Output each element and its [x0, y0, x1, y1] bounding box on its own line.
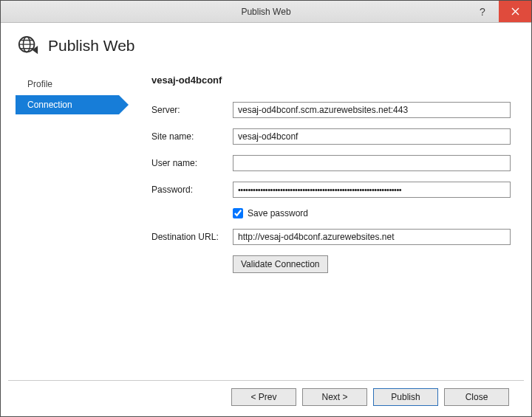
user-name-row: User name: — [151, 155, 511, 171]
server-input[interactable] — [233, 102, 511, 118]
destination-url-label: Destination URL: — [151, 232, 233, 242]
dialog-title: Publish Web — [48, 37, 135, 55]
password-label: Password: — [151, 185, 233, 195]
site-name-input[interactable] — [233, 128, 511, 145]
site-name-label: Site name: — [151, 131, 233, 142]
close-window-button[interactable] — [499, 1, 531, 22]
dialog-window: Publish Web ? Publish Web Profile Connec… — [0, 0, 532, 417]
content-panel: vesaj-od4bconf Server: Site name: User n… — [119, 75, 531, 380]
sidebar-item-label: Connection — [27, 100, 72, 110]
dialog-body: Profile Connection vesaj-od4bconf Server… — [1, 63, 531, 380]
globe-publish-icon — [17, 35, 39, 57]
user-name-input[interactable] — [233, 155, 511, 171]
close-icon — [511, 7, 519, 15]
password-row: Password: — [151, 182, 511, 198]
publish-button[interactable]: Publish — [373, 388, 438, 406]
prev-button[interactable]: < Prev — [231, 388, 296, 406]
password-input[interactable] — [233, 182, 511, 198]
profile-name-title: vesaj-od4bconf — [151, 75, 511, 86]
user-name-label: User name: — [151, 158, 233, 168]
save-password-row: Save password — [233, 208, 511, 218]
server-row: Server: — [151, 102, 511, 118]
close-button[interactable]: Close — [444, 388, 509, 406]
wizard-steps-sidebar: Profile Connection — [1, 75, 119, 380]
titlebar: Publish Web ? — [1, 1, 531, 23]
dialog-header: Publish Web — [1, 23, 531, 63]
site-name-row: Site name: — [151, 128, 511, 145]
dialog-footer: < Prev Next > Publish Close — [8, 380, 524, 416]
validate-row: Validate Connection — [233, 255, 511, 273]
validate-connection-button[interactable]: Validate Connection — [233, 255, 328, 273]
destination-url-row: Destination URL: — [151, 229, 511, 245]
server-label: Server: — [151, 105, 233, 115]
window-controls: ? — [466, 1, 531, 22]
sidebar-item-connection[interactable]: Connection — [16, 95, 119, 114]
window-title: Publish Web — [1, 7, 531, 17]
destination-url-input[interactable] — [233, 229, 511, 245]
next-button[interactable]: Next > — [302, 388, 367, 406]
sidebar-item-label: Profile — [27, 79, 52, 89]
help-button[interactable]: ? — [466, 1, 499, 22]
save-password-label: Save password — [248, 208, 308, 218]
save-password-checkbox[interactable] — [233, 208, 243, 218]
sidebar-item-profile[interactable]: Profile — [16, 75, 119, 94]
